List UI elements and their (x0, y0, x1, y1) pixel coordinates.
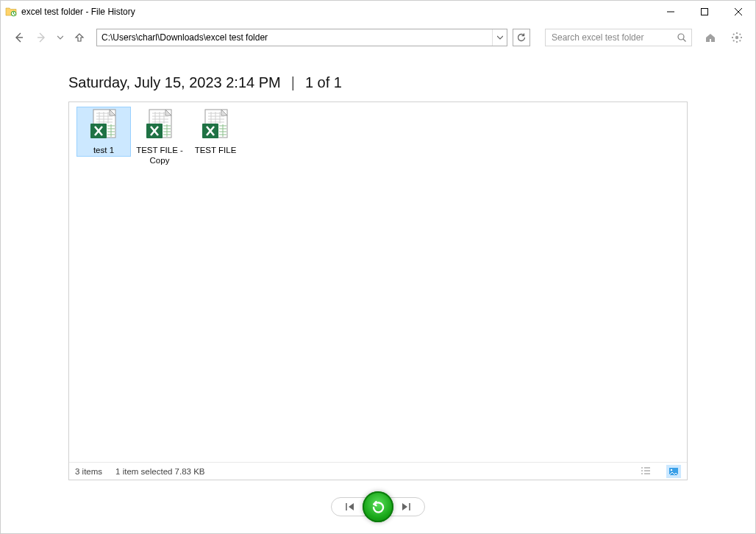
recent-locations-dropdown[interactable] (55, 29, 65, 46)
settings-gear-button[interactable] (729, 29, 745, 46)
content-area: Saturday, July 15, 2023 2:14 PM | 1 of 1… (1, 52, 755, 480)
file-item[interactable]: TEST FILE - Copy (132, 107, 187, 167)
version-timestamp: Saturday, July 15, 2023 2:14 PM (68, 74, 281, 91)
file-history-window: excel test folder - File History (0, 0, 756, 534)
header-separator: | (291, 74, 295, 91)
file-item[interactable]: TEST FILE (188, 107, 243, 157)
search-box[interactable] (545, 29, 692, 46)
svg-point-11 (671, 469, 672, 470)
file-list-pane: test 1 TEST FILE - Copy TEST FILE 3 item… (68, 102, 688, 480)
maximize-button[interactable] (688, 1, 721, 23)
file-label: TEST FILE - Copy (134, 145, 185, 165)
svg-point-3 (735, 36, 738, 39)
history-nav-pill (331, 497, 425, 516)
file-grid[interactable]: test 1 TEST FILE - Copy TEST FILE (69, 102, 687, 462)
history-nav-controls (1, 480, 755, 533)
address-input[interactable] (97, 29, 492, 46)
svg-point-2 (678, 34, 684, 40)
address-bar[interactable] (96, 29, 507, 46)
excel-file-icon (86, 108, 121, 143)
excel-file-icon (142, 108, 177, 143)
version-header: Saturday, July 15, 2023 2:14 PM | 1 of 1 (68, 74, 688, 91)
address-dropdown-icon[interactable] (492, 29, 507, 46)
status-bar: 3 items 1 item selected 7.83 KB (69, 462, 687, 480)
version-position: 1 of 1 (305, 74, 342, 91)
file-label: TEST FILE (195, 145, 237, 155)
icons-view-button[interactable] (666, 465, 681, 478)
file-item[interactable]: test 1 (76, 107, 131, 157)
search-icon (677, 32, 687, 43)
details-view-button[interactable] (638, 465, 653, 478)
minimize-button[interactable] (654, 1, 688, 23)
next-version-button[interactable] (389, 498, 421, 516)
file-label: test 1 (93, 145, 114, 155)
folder-history-icon (5, 6, 17, 18)
restore-button[interactable] (363, 491, 393, 522)
nav-toolbar (1, 23, 755, 52)
status-selection: 1 item selected 7.83 KB (115, 467, 204, 476)
up-button[interactable] (71, 29, 88, 46)
window-title: excel test folder - File History (21, 7, 135, 17)
search-input[interactable] (550, 32, 677, 43)
refresh-button[interactable] (513, 29, 530, 46)
close-button[interactable] (721, 1, 755, 23)
back-button[interactable] (11, 29, 27, 46)
excel-file-icon (198, 108, 233, 143)
forward-button[interactable] (33, 29, 49, 46)
home-button[interactable] (702, 29, 718, 46)
titlebar: excel test folder - File History (1, 1, 755, 23)
svg-rect-1 (702, 9, 708, 15)
status-item-count: 3 items (75, 467, 102, 476)
